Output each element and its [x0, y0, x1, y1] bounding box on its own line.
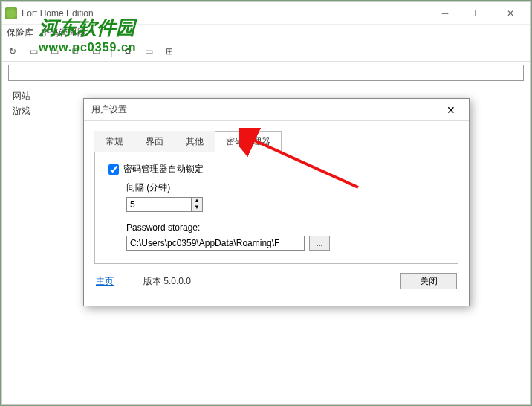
tab-password-manager[interactable]: 密码管理器	[215, 131, 282, 152]
version-label: 版本 5.0.0.0	[143, 275, 400, 288]
toolbar: ↻ ▭ ▭ ⧉ ▭ | ✿ ▭ ⊞	[2, 41, 530, 62]
search-box	[8, 65, 524, 81]
storage-label: Password storage:	[126, 222, 444, 233]
tab-other[interactable]: 其他	[175, 131, 215, 152]
spinner-down-icon[interactable]: ▼	[192, 204, 202, 211]
settings-dialog: 用户设置 ✕ 常规 界面 其他 密码管理器 密码管理器自动锁定 间隔 (分钟) …	[83, 98, 470, 306]
dialog-footer: 主页 版本 5.0.0.0 关闭	[96, 273, 457, 289]
copy-icon[interactable]: ⧉	[69, 45, 81, 57]
menu-vault[interactable]: 保险库	[7, 27, 33, 39]
maximize-button[interactable]: ☐	[461, 3, 494, 24]
interval-input[interactable]	[126, 197, 192, 212]
doc1-icon[interactable]: ▭	[27, 45, 39, 57]
search-input[interactable]	[9, 65, 523, 80]
browse-button[interactable]: ...	[309, 236, 330, 251]
dialog-title: 用户设置	[91, 103, 441, 116]
tab-general[interactable]: 常规	[94, 131, 134, 152]
spinner-buttons: ▲ ▼	[192, 197, 203, 212]
close-button[interactable]: ✕	[494, 3, 527, 24]
toolbar-separator: |	[111, 46, 113, 57]
titlebar: Fort Home Edition ─ ☐ ✕	[2, 2, 530, 25]
storage-row: ...	[126, 236, 444, 251]
dialog-close-main-button[interactable]: 关闭	[400, 273, 457, 289]
window-controls: ─ ☐ ✕	[429, 3, 527, 24]
tab-content: 密码管理器自动锁定 间隔 (分钟) ▲ ▼ Password storage: …	[94, 152, 458, 264]
window-title: Fort Home Edition	[22, 8, 429, 19]
dialog-titlebar: 用户设置 ✕	[84, 99, 469, 121]
menubar: 保险库 密码管理器	[2, 25, 530, 41]
autolock-row: 密码管理器自动锁定	[108, 163, 444, 175]
home-link[interactable]: 主页	[96, 275, 114, 288]
refresh-icon[interactable]: ↻	[7, 45, 19, 57]
settings-icon[interactable]: ✿	[122, 45, 134, 57]
autolock-checkbox[interactable]	[108, 164, 119, 175]
storage-path-input[interactable]	[126, 236, 305, 251]
doc3-icon[interactable]: ▭	[90, 45, 102, 57]
dialog-close-button[interactable]: ✕	[441, 100, 461, 120]
minimize-button[interactable]: ─	[429, 3, 461, 24]
autolock-label: 密码管理器自动锁定	[123, 163, 204, 175]
doc2-icon[interactable]: ▭	[48, 45, 60, 57]
interval-label: 间隔 (分钟)	[126, 181, 444, 194]
dialog-tabs: 常规 界面 其他 密码管理器	[94, 130, 458, 152]
tree-icon[interactable]: ⊞	[163, 45, 175, 57]
interval-spinner: ▲ ▼	[126, 197, 444, 212]
menu-password-manager[interactable]: 密码管理器	[41, 27, 85, 39]
app-icon	[5, 7, 17, 19]
tab-interface[interactable]: 界面	[134, 131, 175, 152]
page-icon[interactable]: ▭	[143, 45, 155, 57]
